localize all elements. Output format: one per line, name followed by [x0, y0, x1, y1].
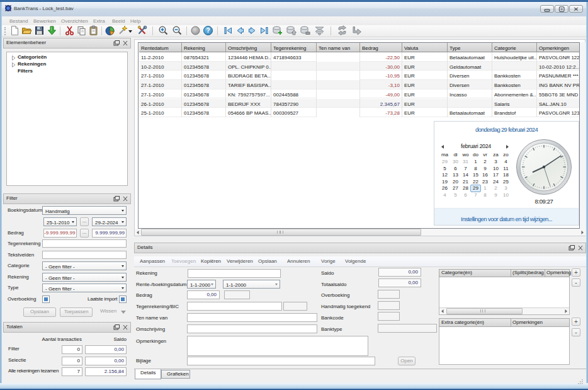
- svg-text:?: ?: [206, 27, 210, 34]
